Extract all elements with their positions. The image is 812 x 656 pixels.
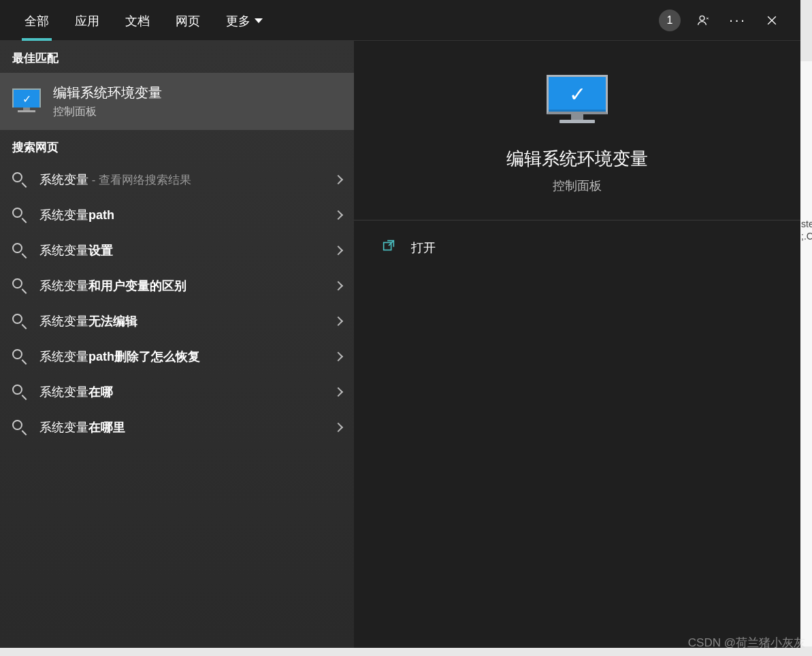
web-result-text: 系统变量无法编辑: [39, 313, 323, 329]
web-result-6[interactable]: 系统变量在哪: [0, 374, 354, 410]
chevron-right-icon: [334, 175, 343, 184]
search-icon: [12, 349, 27, 364]
search-tabs: 全部 应用 文档 网页 更多 1 ···: [0, 0, 800, 41]
best-match-result[interactable]: ✓ 编辑系统环境变量 控制面板: [0, 73, 354, 130]
open-action[interactable]: 打开: [354, 220, 800, 274]
account-icon[interactable]: [689, 5, 719, 35]
search-body: 最佳匹配 ✓ 编辑系统环境变量 控制面板 搜索网页 系统变量 - 查看网络搜索结…: [0, 41, 800, 648]
search-icon: [12, 384, 27, 399]
rewards-badge[interactable]: 1: [655, 5, 685, 35]
open-label: 打开: [411, 240, 436, 256]
chevron-right-icon: [334, 281, 343, 291]
best-match-header: 最佳匹配: [0, 41, 354, 73]
more-options-icon[interactable]: ···: [723, 5, 753, 35]
close-button[interactable]: [757, 5, 787, 35]
web-result-text: 系统变量在哪: [39, 384, 323, 400]
web-result-4[interactable]: 系统变量无法编辑: [0, 304, 354, 339]
badge-count: 1: [659, 10, 681, 31]
web-result-2[interactable]: 系统变量设置: [0, 233, 354, 268]
web-result-7[interactable]: 系统变量在哪里: [0, 410, 354, 445]
chevron-down-icon: [255, 18, 263, 23]
search-icon: [12, 278, 27, 293]
web-result-3[interactable]: 系统变量和用户变量的区别: [0, 268, 354, 304]
background-window-strip: ste ;.C: [800, 61, 812, 646]
tab-apps[interactable]: 应用: [64, 1, 110, 40]
best-match-text: 编辑系统环境变量 控制面板: [53, 84, 162, 119]
web-result-text: 系统变量path: [39, 207, 323, 223]
search-icon: [12, 314, 27, 329]
tab-all[interactable]: 全部: [14, 1, 60, 40]
detail-title: 编辑系统环境变量: [354, 147, 800, 171]
best-match-subtitle: 控制面板: [53, 105, 162, 119]
tab-more-label: 更多: [226, 13, 250, 29]
web-result-text: 系统变量在哪里: [39, 419, 323, 436]
search-icon: [12, 243, 27, 258]
svg-point-0: [700, 16, 704, 20]
monitor-check-icon: ✓: [547, 75, 608, 129]
search-web-header: 搜索网页: [0, 130, 354, 162]
best-match-title: 编辑系统环境变量: [53, 84, 162, 102]
chevron-right-icon: [334, 352, 343, 361]
web-result-1[interactable]: 系统变量path: [0, 197, 354, 233]
web-result-5[interactable]: 系统变量path删除了怎么恢复: [0, 339, 354, 374]
web-result-text: 系统变量path删除了怎么恢复: [39, 348, 323, 365]
tab-web[interactable]: 网页: [165, 1, 211, 40]
search-icon: [12, 420, 27, 435]
detail-icon-wrap: ✓: [354, 75, 800, 129]
search-icon: [12, 208, 27, 223]
detail-subtitle: 控制面板: [354, 178, 800, 194]
web-result-text: 系统变量和用户变量的区别: [39, 278, 323, 294]
bg-text-2: ;.C: [801, 230, 811, 242]
web-result-text: 系统变量 - 查看网络搜索结果: [39, 171, 323, 188]
bg-text-1: ste: [801, 218, 811, 230]
monitor-check-icon: ✓: [12, 88, 41, 114]
tab-docs[interactable]: 文档: [114, 1, 161, 40]
detail-pane: ✓ 编辑系统环境变量 控制面板 打开: [354, 41, 800, 648]
chevron-right-icon: [334, 246, 343, 255]
web-result-text: 系统变量设置: [39, 242, 323, 259]
open-external-icon: [381, 238, 396, 257]
results-list: 最佳匹配 ✓ 编辑系统环境变量 控制面板 搜索网页 系统变量 - 查看网络搜索结…: [0, 41, 354, 648]
chevron-right-icon: [334, 210, 343, 220]
chevron-right-icon: [334, 387, 343, 397]
windows-search-panel: 全部 应用 文档 网页 更多 1 ··· 最佳匹配: [0, 0, 800, 648]
tab-more[interactable]: 更多: [215, 1, 274, 40]
chevron-right-icon: [334, 423, 343, 432]
search-icon: [12, 172, 27, 187]
chevron-right-icon: [334, 316, 343, 326]
web-result-0[interactable]: 系统变量 - 查看网络搜索结果: [0, 162, 354, 197]
